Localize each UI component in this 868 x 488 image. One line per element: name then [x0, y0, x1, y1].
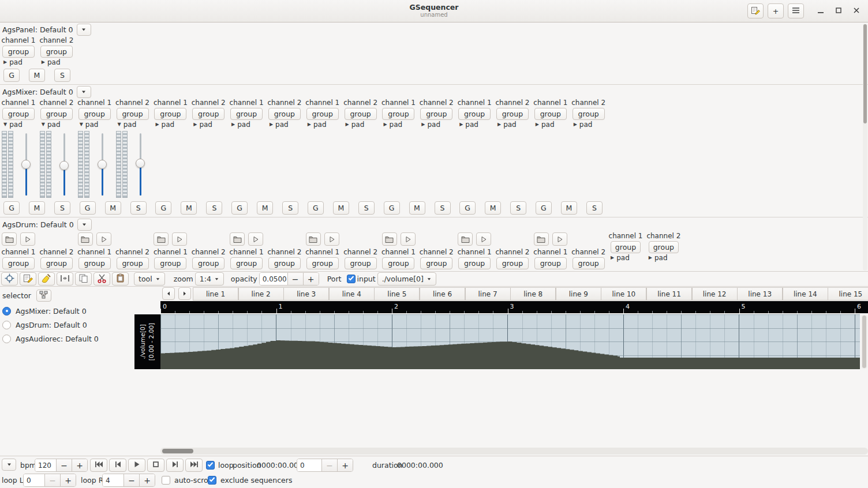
solo-toggle-button[interactable]: S: [358, 201, 375, 215]
mute-toggle-button[interactable]: M: [181, 201, 197, 215]
group-button[interactable]: group: [268, 257, 301, 269]
group-button[interactable]: group: [40, 257, 73, 269]
tab-line-11[interactable]: line 11: [646, 287, 692, 301]
group-button[interactable]: group: [154, 108, 186, 120]
maximize-button[interactable]: [832, 4, 845, 18]
group-button[interactable]: group: [573, 108, 605, 120]
tab-line-1[interactable]: line 1: [193, 287, 238, 301]
group-button[interactable]: group: [496, 257, 529, 269]
pad-expander[interactable]: ▶pad: [42, 58, 61, 67]
tab-line-2[interactable]: line 2: [238, 287, 284, 301]
zoom-select[interactable]: 1:4: [195, 272, 224, 286]
group-button[interactable]: group: [78, 257, 111, 269]
edit-notation-button[interactable]: [747, 3, 764, 18]
position-cursor-button[interactable]: [1, 272, 18, 286]
pad-expander[interactable]: ▶pad: [231, 120, 250, 129]
tab-line-12[interactable]: line 12: [692, 287, 738, 301]
radio-agsaudiorec[interactable]: [2, 335, 11, 343]
solo-toggle-button[interactable]: S: [586, 201, 603, 215]
exclude-sequencers-checkbox[interactable]: [208, 476, 216, 485]
slider-handle[interactable]: [136, 159, 145, 168]
volume-slider[interactable]: [135, 131, 145, 198]
transport-seek-backward-button[interactable]: [109, 459, 126, 472]
group-button[interactable]: group: [2, 257, 35, 269]
opacity-input[interactable]: 0.0500: [260, 273, 287, 285]
open-audio-file-button[interactable]: [306, 232, 321, 246]
group-button[interactable]: group: [306, 108, 339, 120]
pad-expander[interactable]: ▶pad: [155, 120, 174, 129]
pad-expander[interactable]: ▶pad: [383, 120, 402, 129]
bpm-decrement-button[interactable]: −: [56, 459, 72, 471]
bpm-increment-button[interactable]: +: [72, 459, 87, 471]
group-toggle-button[interactable]: G: [536, 201, 552, 215]
group-button[interactable]: group: [649, 241, 679, 253]
transport-stop-button[interactable]: [147, 459, 164, 472]
open-audio-file-button[interactable]: [382, 232, 397, 246]
volume-slider[interactable]: [21, 131, 31, 198]
play-sample-button[interactable]: [401, 232, 416, 246]
group-button[interactable]: group: [458, 257, 491, 269]
group-button[interactable]: group: [534, 257, 567, 269]
tab-line-14[interactable]: line 14: [783, 287, 828, 301]
transport-skip-backward-button[interactable]: [90, 459, 107, 472]
automation-vertical-scrollbar[interactable]: [861, 314, 867, 369]
scrollbar-thumb[interactable]: [162, 449, 193, 453]
tab-line-7[interactable]: line 7: [465, 287, 511, 301]
bpm-input[interactable]: 120: [35, 459, 56, 471]
tab-line-6[interactable]: line 6: [420, 287, 465, 301]
group-button[interactable]: group: [382, 257, 414, 269]
loop-right-decrement-button[interactable]: −: [124, 474, 139, 486]
loop-left-increment-button[interactable]: +: [60, 474, 76, 486]
pad-expander[interactable]: ▶pad: [574, 120, 593, 129]
open-audio-file-button[interactable]: [534, 232, 549, 246]
pad-expander[interactable]: ▶pad: [421, 120, 440, 129]
slider-handle[interactable]: [59, 161, 69, 170]
solo-toggle-button[interactable]: S: [130, 201, 147, 215]
select-button[interactable]: [57, 272, 73, 286]
open-audio-file-button[interactable]: [78, 232, 93, 246]
group-toggle-button[interactable]: G: [459, 201, 476, 215]
pad-expander[interactable]: ▶pad: [649, 253, 668, 262]
open-audio-file-button[interactable]: [154, 232, 169, 246]
tab-line-9[interactable]: line 9: [556, 287, 601, 301]
automation-horizontal-scrollbar[interactable]: [160, 448, 868, 455]
volume-slider[interactable]: [59, 131, 69, 198]
group-button[interactable]: group: [420, 108, 452, 120]
radio-agsmixer[interactable]: [2, 307, 11, 316]
mute-toggle-button[interactable]: M: [105, 201, 121, 215]
pad-expander[interactable]: ▶pad: [308, 120, 327, 129]
auto-scroll-checkbox[interactable]: [162, 476, 170, 485]
play-sample-button[interactable]: [172, 232, 187, 246]
open-audio-file-button[interactable]: [458, 232, 473, 246]
position-input[interactable]: 0: [297, 459, 321, 471]
pad-expander[interactable]: ▶pad: [459, 120, 478, 129]
play-sample-button[interactable]: [552, 232, 567, 246]
tool-menu-button[interactable]: tool: [134, 272, 165, 286]
pad-expander[interactable]: ▶pad: [3, 58, 23, 67]
loop-checkbox[interactable]: [206, 461, 215, 470]
mute-toggle-button[interactable]: M: [409, 201, 425, 215]
transport-seek-forward-button[interactable]: [166, 459, 184, 472]
add-machine-button[interactable]: +: [768, 3, 784, 18]
pad-expander[interactable]: ▼pad: [3, 120, 23, 129]
group-toggle-button[interactable]: G: [3, 201, 20, 215]
group-toggle-button[interactable]: G: [155, 201, 171, 215]
input-checkbox[interactable]: [347, 275, 356, 283]
group-button[interactable]: group: [230, 108, 263, 120]
group-button[interactable]: group: [230, 257, 263, 269]
group-button[interactable]: group: [117, 257, 149, 269]
machine-context-menu-button[interactable]: [77, 219, 92, 231]
group-toggle-button[interactable]: G: [231, 201, 248, 215]
group-button[interactable]: group: [192, 257, 225, 269]
open-audio-file-button[interactable]: [230, 232, 245, 246]
group-button[interactable]: group: [345, 108, 377, 120]
play-sample-button[interactable]: [476, 232, 491, 246]
edit-button[interactable]: [20, 272, 36, 286]
machines-vertical-scrollbar[interactable]: [863, 24, 867, 271]
slider-handle[interactable]: [98, 160, 107, 169]
scrollbar-thumb[interactable]: [862, 316, 866, 368]
scrollbar-thumb[interactable]: [863, 24, 867, 123]
group-toggle-button[interactable]: G: [308, 201, 324, 215]
radio-agsdrum[interactable]: [2, 321, 11, 329]
group-button[interactable]: group: [154, 257, 186, 269]
